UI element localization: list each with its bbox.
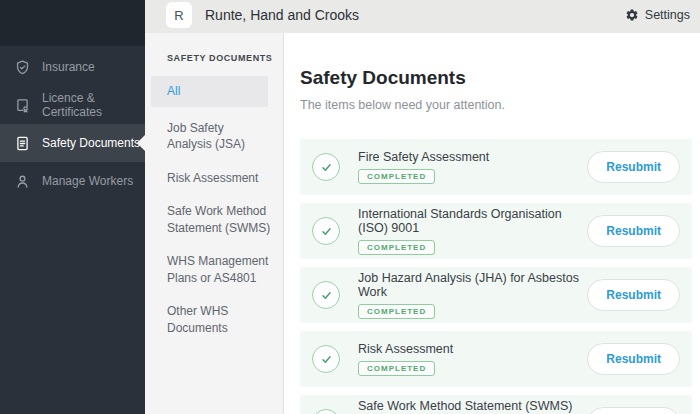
document-info: Risk Assessment COMPLETED	[358, 342, 453, 376]
shield-check-icon	[14, 59, 31, 76]
sidebar-item-manage-workers[interactable]: Manage Workers	[0, 162, 145, 200]
person-icon	[14, 173, 31, 190]
body-row: SAFETY DOCUMENTS All Job Safety Analysis…	[145, 33, 700, 414]
sidebar-item-label: Insurance	[42, 60, 95, 74]
document-row: Fire Safety Assessment COMPLETED Resubmi…	[300, 139, 692, 195]
document-info: Safe Work Method Statement (SWMS) Constr…	[358, 399, 587, 414]
right-column: R Runte, Hand and Crooks Settings SAFETY…	[145, 0, 700, 414]
filter-item-all[interactable]: All	[151, 76, 268, 107]
document-icon	[14, 135, 31, 152]
document-title: Job Hazard Analysis (JHA) for Asbestos W…	[358, 271, 587, 299]
app-window: Insurance Licence & Certificates	[0, 0, 700, 414]
filter-item-jsa[interactable]: Job Safety Analysis (JSA)	[145, 120, 283, 153]
filter-item-swms[interactable]: Safe Work Method Statement (SWMS)	[145, 203, 283, 236]
settings-label: Settings	[645, 8, 690, 22]
completed-check-icon	[312, 281, 340, 309]
document-row: Safe Work Method Statement (SWMS) Constr…	[300, 395, 692, 414]
completed-check-icon	[312, 345, 340, 373]
active-item-notch	[137, 135, 145, 151]
filter-item-whs-management[interactable]: WHS Management Plans or AS4801	[145, 253, 283, 286]
sidebar-item-label: Safety Documents	[42, 136, 140, 150]
document-info: Fire Safety Assessment COMPLETED	[358, 150, 489, 184]
completed-check-icon	[312, 153, 340, 181]
company-name: Runte, Hand and Crooks	[205, 7, 359, 23]
resubmit-button[interactable]: Resubmit	[587, 407, 680, 414]
document-title: International Standards Organisation (IS…	[358, 207, 587, 235]
company-avatar: R	[166, 2, 192, 28]
sidebar-item-safety-documents[interactable]: Safety Documents	[0, 124, 145, 162]
sidebar-item-label: Licence & Certificates	[42, 91, 145, 120]
resubmit-button[interactable]: Resubmit	[587, 343, 680, 375]
primary-sidebar: Insurance Licence & Certificates	[0, 0, 145, 414]
sidebar-item-insurance[interactable]: Insurance	[0, 48, 145, 86]
resubmit-button[interactable]: Resubmit	[587, 279, 680, 311]
primary-nav: Insurance Licence & Certificates	[0, 0, 145, 200]
status-badge: COMPLETED	[358, 240, 435, 255]
document-row: Risk Assessment COMPLETED Resubmit	[300, 331, 692, 387]
document-info: Job Hazard Analysis (JHA) for Asbestos W…	[358, 271, 587, 319]
certificate-icon	[14, 97, 31, 114]
completed-check-icon	[312, 217, 340, 245]
status-badge: COMPLETED	[358, 169, 435, 184]
main-content: Safety Documents The items below need yo…	[284, 33, 700, 414]
gear-icon	[625, 8, 639, 22]
resubmit-button[interactable]: Resubmit	[587, 215, 680, 247]
sidebar-item-label: Manage Workers	[42, 174, 133, 188]
settings-button[interactable]: Settings	[625, 8, 690, 22]
document-row: Job Hazard Analysis (JHA) for Asbestos W…	[300, 267, 692, 323]
document-row: International Standards Organisation (IS…	[300, 203, 692, 259]
status-badge: COMPLETED	[358, 304, 435, 319]
resubmit-button[interactable]: Resubmit	[587, 151, 680, 183]
completed-check-icon	[312, 409, 340, 414]
document-title: Fire Safety Assessment	[358, 150, 489, 164]
sidebar-item-licence-certificates[interactable]: Licence & Certificates	[0, 86, 145, 124]
filter-panel-title: SAFETY DOCUMENTS	[145, 53, 283, 63]
document-list: Fire Safety Assessment COMPLETED Resubmi…	[300, 139, 692, 414]
document-info: International Standards Organisation (IS…	[358, 207, 587, 255]
filter-panel: SAFETY DOCUMENTS All Job Safety Analysis…	[145, 33, 284, 414]
document-title: Safe Work Method Statement (SWMS) Constr…	[358, 399, 587, 414]
header: R Runte, Hand and Crooks Settings	[145, 0, 700, 33]
status-badge: COMPLETED	[358, 361, 435, 376]
filter-item-risk-assessment[interactable]: Risk Assessment	[145, 170, 283, 187]
page-subtitle: The items below need your attention.	[300, 98, 692, 112]
filter-item-other-whs[interactable]: Other WHS Documents	[145, 303, 283, 336]
page-title: Safety Documents	[300, 67, 692, 89]
document-title: Risk Assessment	[358, 342, 453, 356]
